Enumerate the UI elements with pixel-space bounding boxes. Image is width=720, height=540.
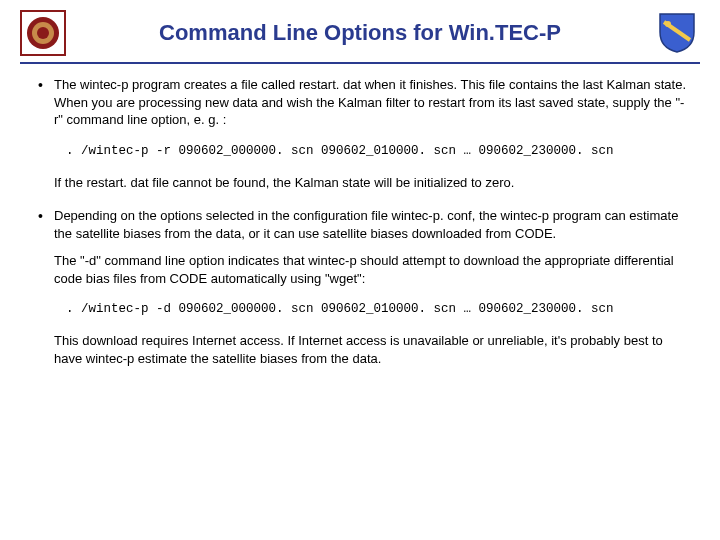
header: Command Line Options for Win.TEC-P (0, 0, 720, 56)
bullet-2-para3: This download requires Internet access. … (38, 332, 690, 367)
code-block-2: . /wintec-p -d 090602_000000. scn 090602… (38, 301, 690, 318)
bullet-1: The wintec-p program creates a file call… (38, 76, 690, 129)
university-seal-icon (20, 10, 66, 56)
header-rule (20, 62, 700, 64)
svg-point-3 (37, 27, 49, 39)
slide-content: The wintec-p program creates a file call… (0, 76, 720, 367)
svg-point-4 (665, 21, 671, 27)
bullet-2: Depending on the options selected in the… (38, 207, 690, 242)
bullet-1-text: The wintec-p program creates a file call… (54, 77, 686, 127)
page-title: Command Line Options for Win.TEC-P (66, 20, 654, 46)
bullet-2-text: Depending on the options selected in the… (54, 208, 678, 241)
bullet-2-para2: The "-d" command line option indicates t… (38, 252, 690, 287)
code-block-1: . /wintec-p -r 090602_000000. scn 090602… (38, 143, 690, 160)
bullet-1-followup: If the restart. dat file cannot be found… (38, 174, 690, 192)
shield-badge-icon (654, 10, 700, 56)
